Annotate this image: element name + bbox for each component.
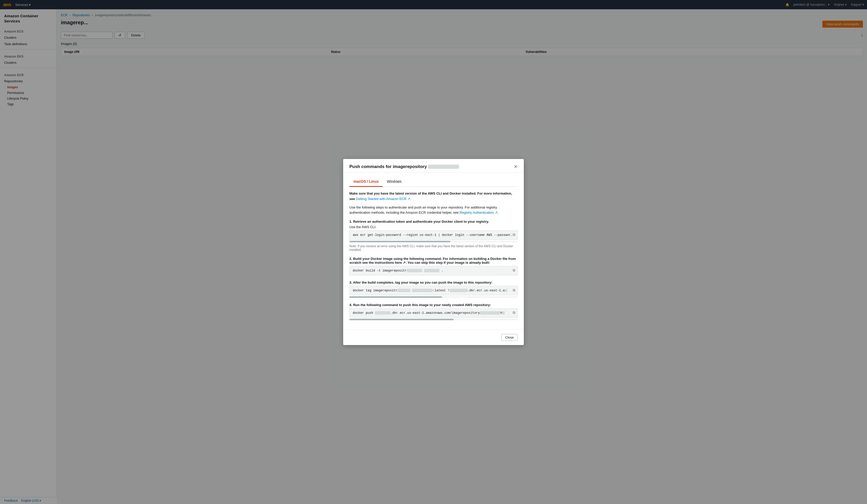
step-4-scroll[interactable]	[350, 319, 517, 320]
step-1-scroll-inner	[350, 241, 450, 242]
modal-header: Push commands for imagerepository ✕	[343, 159, 524, 173]
external-link-icon: ↗	[407, 197, 410, 201]
registry-auth-link[interactable]: Registry Authentication ↗	[460, 211, 498, 214]
modal-close-button[interactable]: ✕	[514, 164, 517, 169]
here-link[interactable]: here ↗	[395, 261, 406, 265]
modal-body: macOS / Linux Windows Make sure that you…	[343, 173, 524, 330]
step-1-header: 1. Retrieve an authentication token and …	[350, 219, 517, 224]
step-3-scroll-inner	[350, 296, 442, 298]
step-2-header: 2. Build your Docker image using the fol…	[350, 257, 517, 265]
step-2-code: docker build -t imagerepositr . ⧉	[350, 266, 517, 275]
step-3-header: 3. After the build completes, tag your i…	[350, 280, 517, 285]
step-2-copy-icon[interactable]: ⧉	[513, 268, 515, 272]
tab-macos-linux[interactable]: macOS / Linux	[350, 177, 383, 187]
step-1-copy-icon[interactable]: ⧉	[513, 233, 515, 237]
modal-title: Push commands for imagerepository	[350, 164, 459, 169]
step-1: 1. Retrieve an authentication token and …	[350, 219, 517, 251]
step-4-header: 4. Run the following command to push thi…	[350, 303, 517, 307]
here-ext-icon: ↗	[403, 261, 406, 265]
repo-name-redacted	[428, 165, 459, 169]
intro-text: Make sure that you have the latest versi…	[350, 191, 517, 202]
push-commands-modal: Push commands for imagerepository ✕ macO…	[343, 159, 524, 345]
step-4-code: docker push .dkr.ecr.us-east-1.amazonaws…	[350, 308, 517, 318]
tab-bar: macOS / Linux Windows	[350, 177, 517, 187]
step-4: 4. Run the following command to push thi…	[350, 303, 517, 320]
step-3-copy-icon[interactable]: ⧉	[513, 288, 515, 292]
step-4-scroll-inner	[350, 319, 453, 320]
registry-auth-ext-icon: ↗	[495, 211, 498, 214]
step-4-copy-icon[interactable]: ⧉	[513, 311, 515, 315]
step-1-code: aws ecr get-login-password --region us-e…	[350, 230, 517, 240]
modal-overlay[interactable]: Push commands for imagerepository ✕ macO…	[0, 0, 867, 504]
modal-footer: Close	[343, 330, 524, 345]
step-1-scroll[interactable]	[350, 241, 517, 242]
step-1-note: Note: If you receive an error using the …	[350, 244, 517, 251]
step-1-sub: Use the AWS CLI:	[350, 225, 517, 229]
step-2: 2. Build your Docker image using the fol…	[350, 257, 517, 275]
tab-windows[interactable]: Windows	[383, 177, 406, 187]
step-3-code: docker tag imagerepositr :latest ! .dkr.…	[350, 286, 517, 295]
close-button[interactable]: Close	[501, 334, 517, 341]
getting-started-link[interactable]: Getting Started with Amazon ECR ↗	[356, 197, 410, 201]
desc-text: Use the following steps to authenticate …	[350, 205, 517, 216]
step-3-scroll[interactable]	[350, 296, 517, 298]
step-3: 3. After the build completes, tag your i…	[350, 280, 517, 298]
